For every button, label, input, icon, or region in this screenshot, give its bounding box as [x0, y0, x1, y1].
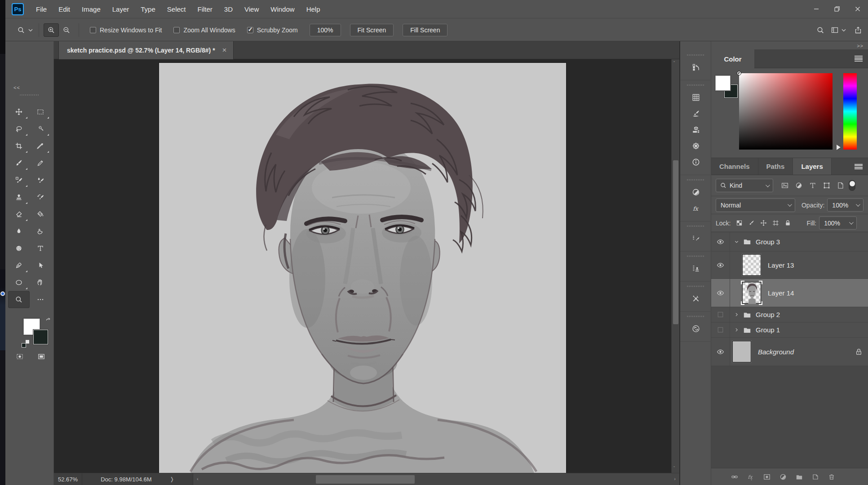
lock-all-icon[interactable]: [784, 220, 791, 226]
layer-row-group-1[interactable]: Group 1: [711, 322, 868, 338]
lock-paint-icon[interactable]: [748, 220, 755, 226]
tool-pen[interactable]: [8, 257, 30, 274]
default-colors-icon[interactable]: [22, 340, 30, 348]
panel-clone-source-button[interactable]: [687, 260, 705, 277]
visibility-toggle[interactable]: [711, 232, 730, 251]
tool-lasso[interactable]: [8, 120, 30, 137]
lock-artboard-icon[interactable]: [772, 220, 779, 226]
panel-history-button[interactable]: [687, 59, 705, 75]
delete-layer-button[interactable]: [828, 473, 835, 481]
menu-edit[interactable]: Edit: [53, 0, 76, 18]
layer-name[interactable]: Group 3: [756, 238, 780, 246]
panel-creative-cloud-button[interactable]: [687, 321, 705, 337]
menu-window[interactable]: Window: [265, 0, 300, 18]
layer-thumbnail[interactable]: [742, 254, 761, 276]
layer-style-button[interactable]: fx: [747, 473, 754, 481]
layer-row-background[interactable]: Background: [711, 338, 868, 366]
layer-row-group-2[interactable]: Group 2: [711, 307, 868, 322]
checkbox-zoom-all-windows[interactable]: Zoom All Windows: [173, 26, 235, 34]
canvas-document[interactable]: [159, 63, 566, 473]
panel-navigator-button[interactable]: [687, 138, 705, 154]
tab-close-icon[interactable]: ×: [222, 46, 227, 55]
layer-name[interactable]: Layer 13: [768, 261, 794, 269]
scroll-up-icon[interactable]: ˆ: [673, 61, 675, 66]
tool-move[interactable]: [8, 103, 30, 120]
swap-colors-icon[interactable]: [45, 317, 52, 325]
toolbar-grip[interactable]: [20, 94, 40, 96]
smart-objects-filter-icon[interactable]: [837, 182, 844, 189]
new-group-button[interactable]: [796, 473, 803, 481]
visibility-toggle[interactable]: [711, 322, 730, 337]
tab-layers[interactable]: Layers: [793, 158, 831, 175]
layer-name[interactable]: Group 2: [756, 311, 780, 318]
zoom-in-button[interactable]: [44, 23, 59, 37]
checkbox-box[interactable]: [173, 27, 180, 33]
horizontal-scrollbar[interactable]: ‹ ›: [193, 473, 679, 485]
tool-eyedropper[interactable]: [30, 137, 51, 154]
layer-name[interactable]: Background: [758, 348, 794, 356]
tab-channels[interactable]: Channels: [711, 158, 758, 175]
tool-zoom[interactable]: [8, 291, 30, 308]
filter-kind-dropdown[interactable]: Kind: [716, 179, 773, 192]
share-icon[interactable]: [855, 26, 862, 34]
layer-name[interactable]: Group 1: [756, 326, 780, 334]
background-color-swatch[interactable]: [33, 330, 48, 344]
fill-dropdown[interactable]: 100%: [819, 216, 857, 229]
panel-tool-presets-button[interactable]: [687, 291, 705, 307]
fill-screen-button[interactable]: Fill Screen: [403, 24, 447, 36]
tool-eraser[interactable]: [8, 206, 30, 223]
layer-row-layer-13[interactable]: Layer 13: [711, 251, 868, 279]
document-tab[interactable]: sketch practice.psd @ 52.7% (Layer 14, R…: [58, 41, 234, 59]
filter-toggle[interactable]: [849, 180, 855, 191]
foreground-color-swatch[interactable]: [715, 75, 731, 91]
layer-thumbnail[interactable]: [732, 341, 751, 362]
type-layers-filter-icon[interactable]: [809, 182, 816, 189]
scroll-down-icon[interactable]: ˇ: [673, 466, 675, 471]
scroll-left-icon[interactable]: ‹: [197, 476, 199, 481]
blend-mode-dropdown[interactable]: Normal: [716, 198, 795, 212]
lock-position-icon[interactable]: [760, 220, 767, 226]
layer-row-layer-14[interactable]: Layer 14: [711, 279, 868, 307]
menu-view[interactable]: View: [239, 0, 265, 18]
shape-layers-filter-icon[interactable]: [823, 182, 830, 189]
hue-strip[interactable]: [843, 73, 857, 150]
tool-mixer-brush[interactable]: [30, 172, 51, 189]
opacity-dropdown[interactable]: 100%: [827, 198, 864, 212]
visibility-toggle[interactable]: [711, 251, 730, 278]
menu-layer[interactable]: Layer: [106, 0, 135, 18]
menu-filter[interactable]: Filter: [192, 0, 218, 18]
new-layer-button[interactable]: [812, 473, 819, 481]
workspace-switcher[interactable]: [831, 26, 847, 34]
menu-type[interactable]: Type: [135, 0, 161, 18]
hue-slider-arrow[interactable]: [837, 145, 841, 150]
adjustment-layers-filter-icon[interactable]: [795, 182, 802, 189]
panel-swatches-grid-button[interactable]: [687, 89, 705, 106]
minimize-button[interactable]: [806, 0, 827, 18]
saturation-brightness-field[interactable]: [739, 73, 833, 150]
vertical-scroll-thumb[interactable]: [673, 160, 678, 324]
search-icon[interactable]: [817, 26, 824, 34]
menu-file[interactable]: File: [30, 0, 53, 18]
panel-styles-button[interactable]: fx: [687, 200, 705, 216]
tool-blur[interactable]: [8, 223, 30, 240]
checkbox-scrubby-zoom[interactable]: Scrubby Zoom: [247, 26, 298, 34]
chevron-right-icon[interactable]: [734, 312, 740, 317]
panel-brush-settings-button[interactable]: [687, 230, 705, 247]
panel-menu-icon[interactable]: [855, 56, 863, 62]
visibility-toggle[interactable]: [711, 279, 730, 307]
tool-brush[interactable]: [8, 154, 30, 172]
menu-image[interactable]: Image: [76, 0, 106, 18]
status-chevron-icon[interactable]: ❭: [170, 476, 174, 482]
layer-mask-button[interactable]: [763, 473, 771, 481]
adjustment-layer-button[interactable]: [779, 473, 787, 481]
tool-history-brush[interactable]: [30, 189, 51, 206]
restore-button[interactable]: [827, 0, 847, 18]
link-layers-button[interactable]: [731, 473, 738, 481]
tool-pencil[interactable]: [30, 154, 51, 172]
layer-row-group-3[interactable]: Group 3: [711, 232, 868, 251]
tool-pattern-brush[interactable]: [8, 172, 30, 189]
menu-3d[interactable]: 3D: [218, 0, 239, 18]
tab-paths[interactable]: Paths: [758, 158, 793, 175]
tool-smudge[interactable]: [30, 223, 51, 240]
screen-mode-button[interactable]: [38, 353, 45, 360]
